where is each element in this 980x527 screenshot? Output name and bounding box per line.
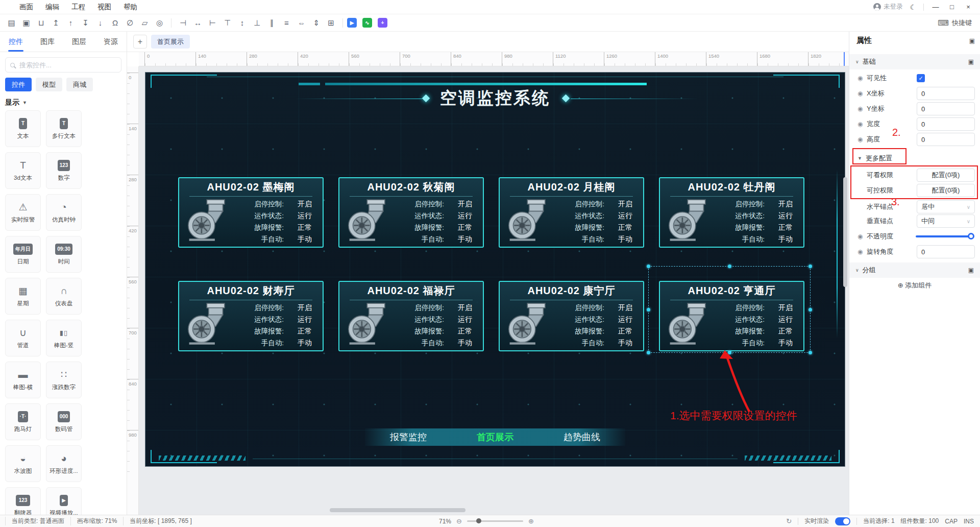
bind-indicator-icon[interactable]: ◉ (857, 121, 867, 128)
add-page-button[interactable]: + (133, 35, 147, 49)
ahu-card[interactable]: AHU02-02 康宁厅 (499, 281, 644, 351)
save-icon[interactable]: ▤ (4, 17, 19, 29)
x-input[interactable] (917, 87, 975, 100)
ahu-card[interactable]: AHU02-02 月桂阁 (499, 177, 644, 248)
panel-collapse-icon[interactable]: ▣ (968, 58, 974, 65)
move-up-icon[interactable]: ↑ (63, 17, 78, 29)
group-icon[interactable]: ◎ (152, 17, 167, 29)
widget-item[interactable]: ▦ 星期 (5, 278, 41, 315)
shortcut-button[interactable]: ⌨ 快捷键 (938, 18, 972, 28)
lock-icon[interactable]: Ω (108, 17, 122, 29)
ahu-card[interactable]: AHU02-02 墨梅阁 (178, 177, 324, 248)
menu-item[interactable]: 画面 (19, 3, 33, 12)
selection-handle[interactable] (808, 308, 812, 312)
page-tab-home[interactable]: 首页展示 (151, 35, 190, 49)
maximize-button[interactable]: □ (947, 3, 957, 11)
control-permission-config-button[interactable]: 配置(0项) (917, 184, 975, 197)
widget-item[interactable]: ▮▯ 棒图-竖 (46, 320, 82, 356)
height-input[interactable] (917, 133, 975, 146)
screen-nav-tab[interactable]: 首页展示 (452, 428, 538, 446)
copy-icon[interactable]: ▣ (19, 17, 34, 29)
h-anchor-select[interactable]: 居中 ∨ (917, 200, 975, 213)
panel-tab[interactable]: 图库 (32, 32, 63, 52)
zoom-out-icon[interactable]: ⊖ (456, 517, 462, 525)
hide-icon[interactable]: ∅ (122, 17, 137, 29)
distribute-h-icon[interactable]: ∥ (264, 17, 279, 29)
ahu-card[interactable]: AHU02-02 福禄厅 (338, 281, 484, 351)
align-top-icon[interactable]: ⊤ (220, 17, 235, 29)
add-component-button[interactable]: ⊕ 添加组件 (849, 281, 980, 290)
equal-height-icon[interactable]: ⇕ (309, 17, 324, 29)
y-input[interactable] (917, 102, 975, 115)
zoom-in-icon[interactable]: ⊕ (528, 517, 534, 525)
selection-handle[interactable] (808, 265, 812, 268)
horizontal-scrollbar[interactable] (330, 508, 465, 512)
v-anchor-select[interactable]: 中间 ∨ (917, 214, 975, 228)
widget-item[interactable]: T 3d文本 (5, 152, 41, 189)
ahu-card[interactable]: AHU02-02 牡丹阁 (659, 177, 804, 248)
chart-icon[interactable]: ∿ (362, 18, 372, 28)
align-center-h-icon[interactable]: ↔ (190, 17, 205, 29)
panel-collapse-icon[interactable]: ▣ (969, 37, 975, 44)
bind-indicator-icon[interactable]: ◉ (857, 90, 867, 97)
screen-nav-tab[interactable]: 报警监控 (365, 428, 452, 446)
bind-indicator-icon[interactable]: ◉ (857, 248, 867, 255)
widget-item[interactable]: 09:30 时间 (46, 236, 82, 273)
preview-icon[interactable]: ▶ (347, 18, 357, 28)
selection-handle[interactable] (728, 265, 731, 268)
insert-indicator[interactable]: INS (964, 518, 974, 525)
align-left-icon[interactable]: ⊣ (176, 17, 190, 29)
vertical-scrollbar[interactable] (843, 177, 847, 287)
widget-item[interactable]: ∷ 涨跌数字 (46, 362, 82, 398)
widget-item[interactable]: T 多行文本 (46, 110, 82, 147)
rotation-input[interactable] (917, 245, 975, 258)
bind-indicator-icon[interactable]: ◉ (857, 136, 867, 143)
minimize-button[interactable]: — (931, 3, 940, 11)
widget-item[interactable]: 年月日 日期 (5, 236, 41, 273)
widget-item[interactable]: 123 数字 (46, 152, 82, 189)
library-filter[interactable]: 控件 (5, 78, 32, 91)
widget-item[interactable]: ◔ 仿真时钟 (46, 194, 82, 231)
widget-item[interactable]: ◕ 环形进度... (46, 445, 82, 482)
selection-box[interactable] (648, 266, 811, 353)
widget-item[interactable]: ∩ 仪表盘 (46, 278, 82, 315)
distribute-v-icon[interactable]: ≡ (279, 17, 294, 29)
selection-handle[interactable] (647, 308, 650, 312)
panel-tab[interactable]: 图层 (63, 32, 95, 52)
widget-item[interactable]: 123 翻牌器 (5, 487, 41, 515)
folder-icon[interactable]: ▱ (137, 17, 152, 29)
visible-checkbox[interactable] (917, 74, 925, 82)
search-input[interactable] (18, 61, 116, 69)
caps-indicator[interactable]: CAP (945, 518, 958, 525)
library-filter[interactable]: 商城 (66, 78, 93, 91)
panel-collapse-icon[interactable]: ▣ (968, 267, 974, 274)
more-config-toggle[interactable]: ▼ 更多配置 (857, 152, 975, 165)
ahu-card[interactable]: AHU02-02 财寿厅 (178, 281, 324, 351)
refresh-icon[interactable]: ↻ (786, 517, 792, 525)
ahu-card[interactable]: AHU02-02 秋菊阁 (338, 177, 484, 248)
bring-to-front-icon[interactable]: ↥ (48, 17, 63, 29)
send-to-back-icon[interactable]: ↧ (78, 17, 93, 29)
bind-indicator-icon[interactable]: ◉ (857, 75, 867, 82)
align-bottom-icon[interactable]: ⊥ (250, 17, 264, 29)
bind-indicator-icon[interactable]: ◉ (857, 105, 867, 112)
add-module-icon[interactable]: + (378, 18, 387, 28)
selection-handle[interactable] (647, 265, 650, 268)
widget-item[interactable]: ◒ 水波图 (5, 445, 41, 482)
align-right-icon[interactable]: ⊢ (205, 17, 220, 29)
slider-knob[interactable] (968, 233, 974, 239)
width-input[interactable] (917, 117, 975, 131)
bind-indicator-icon[interactable]: ◉ (857, 233, 867, 240)
widget-item[interactable]: ▬ 棒图-横 (5, 362, 41, 398)
widget-item[interactable]: ·T· 跑马灯 (5, 403, 41, 440)
library-filter[interactable]: 模型 (36, 78, 62, 91)
dashboard-screen[interactable]: 空调监控系统 AHU02-02 墨梅阁 (145, 73, 845, 466)
realtime-render-toggle[interactable] (835, 517, 850, 525)
widget-item[interactable]: ∪ 管道 (5, 320, 41, 356)
theme-toggle-icon[interactable]: ☾ (910, 3, 916, 11)
widget-item[interactable]: ▶ 视频播放... (46, 487, 82, 515)
section-header-display[interactable]: 显示 ▼ (5, 98, 121, 107)
section-group[interactable]: ∨ 分组 ▣ (849, 262, 980, 278)
move-down-icon[interactable]: ↓ (93, 17, 108, 29)
section-basic[interactable]: ∨ 基础 ▣ (849, 54, 980, 69)
